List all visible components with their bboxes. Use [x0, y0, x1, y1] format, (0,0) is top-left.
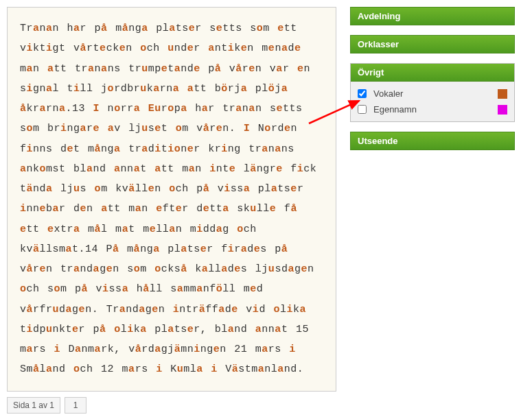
panel-orklasser-header[interactable]: Orklasser	[350, 35, 515, 53]
main-text-box: Tranan har på många platser setts som et…	[7, 7, 336, 392]
color-swatch-egennamn	[498, 105, 507, 115]
panel-avdelning-header[interactable]: Avdelning	[350, 7, 515, 25]
checkbox-vokaler[interactable]	[358, 89, 367, 98]
checkbox-egennamn[interactable]	[358, 105, 367, 114]
panel-utseende-header[interactable]: Utseende	[350, 132, 515, 150]
pagination: Sida 1 av 1 1	[7, 397, 336, 414]
panel-ovrigt-header[interactable]: Övrigt	[351, 64, 514, 82]
color-swatch-vokaler	[498, 89, 507, 99]
right-column: Avdelning Orklasser Övrigt Vokaler Egenn…	[350, 7, 515, 150]
panel-ovrigt: Övrigt Vokaler Egennamn	[350, 63, 515, 122]
option-row-egennamn: Egennamn	[355, 101, 510, 117]
page-number-button[interactable]: 1	[65, 397, 86, 414]
option-row-vokaler: Vokaler	[355, 86, 510, 101]
panel-ovrigt-body: Vokaler Egennamn	[351, 82, 514, 121]
option-label-egennamn: Egennamn	[373, 104, 417, 115]
left-column: Tranan har på många platser setts som et…	[7, 7, 336, 414]
page-info: Sida 1 av 1	[7, 397, 60, 414]
option-label-vokaler: Vokaler	[373, 88, 403, 99]
